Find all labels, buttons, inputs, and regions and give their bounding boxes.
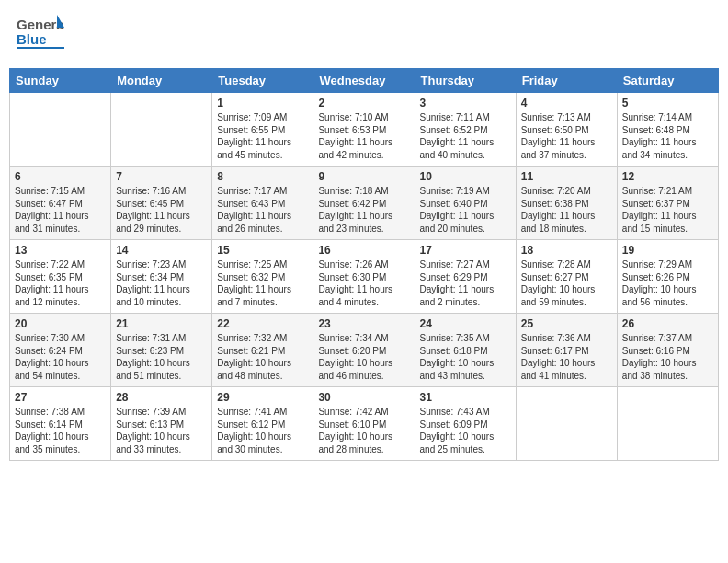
calendar-day-cell: 20Sunrise: 7:30 AM Sunset: 6:24 PM Dayli… (10, 314, 111, 387)
weekday-header-cell: Sunday (10, 69, 111, 93)
day-number: 9 (318, 170, 409, 183)
day-info: Sunrise: 7:21 AM Sunset: 6:37 PM Dayligh… (622, 185, 713, 235)
day-number: 17 (420, 244, 511, 257)
day-number: 22 (217, 317, 308, 330)
logo: General Blue (17, 13, 64, 57)
weekday-header-cell: Thursday (415, 69, 516, 93)
day-number: 15 (217, 244, 308, 257)
weekday-header-cell: Saturday (617, 69, 718, 93)
calendar-week-row: 6Sunrise: 7:15 AM Sunset: 6:47 PM Daylig… (10, 167, 719, 240)
day-number: 13 (15, 244, 106, 257)
calendar-week-row: 27Sunrise: 7:38 AM Sunset: 6:14 PM Dayli… (10, 387, 719, 461)
day-number: 28 (116, 391, 207, 404)
day-info: Sunrise: 7:14 AM Sunset: 6:48 PM Dayligh… (622, 111, 713, 161)
day-info: Sunrise: 7:29 AM Sunset: 6:26 PM Dayligh… (622, 259, 713, 308)
day-number: 1 (217, 97, 308, 109)
day-number: 8 (217, 170, 308, 183)
day-info: Sunrise: 7:28 AM Sunset: 6:27 PM Dayligh… (521, 259, 612, 308)
calendar-day-cell: 7Sunrise: 7:16 AM Sunset: 6:45 PM Daylig… (111, 167, 212, 240)
day-number: 30 (318, 391, 409, 404)
day-info: Sunrise: 7:32 AM Sunset: 6:21 PM Dayligh… (217, 332, 308, 382)
day-info: Sunrise: 7:37 AM Sunset: 6:16 PM Dayligh… (622, 332, 713, 382)
day-info: Sunrise: 7:13 AM Sunset: 6:50 PM Dayligh… (521, 111, 612, 161)
calendar-day-cell (617, 387, 718, 461)
day-info: Sunrise: 7:10 AM Sunset: 6:53 PM Dayligh… (318, 111, 409, 161)
day-number: 29 (217, 391, 308, 404)
day-info: Sunrise: 7:09 AM Sunset: 6:55 PM Dayligh… (217, 111, 308, 161)
calendar-day-cell: 3Sunrise: 7:11 AM Sunset: 6:52 PM Daylig… (415, 93, 516, 167)
calendar-day-cell: 27Sunrise: 7:38 AM Sunset: 6:14 PM Dayli… (10, 387, 111, 461)
day-info: Sunrise: 7:42 AM Sunset: 6:10 PM Dayligh… (318, 406, 409, 455)
calendar-day-cell: 16Sunrise: 7:26 AM Sunset: 6:30 PM Dayli… (313, 240, 415, 314)
day-info: Sunrise: 7:15 AM Sunset: 6:47 PM Dayligh… (15, 185, 106, 235)
calendar-day-cell: 31Sunrise: 7:43 AM Sunset: 6:09 PM Dayli… (415, 387, 516, 461)
day-number: 6 (15, 170, 106, 183)
day-number: 23 (318, 317, 409, 330)
calendar-day-cell (111, 93, 212, 167)
weekday-header-cell: Monday (111, 69, 212, 93)
day-info: Sunrise: 7:43 AM Sunset: 6:09 PM Dayligh… (420, 406, 511, 455)
day-number: 7 (116, 170, 207, 183)
day-number: 20 (15, 317, 106, 330)
calendar-week-row: 20Sunrise: 7:30 AM Sunset: 6:24 PM Dayli… (10, 314, 719, 387)
calendar-day-cell: 10Sunrise: 7:19 AM Sunset: 6:40 PM Dayli… (415, 167, 516, 240)
calendar-table: SundayMondayTuesdayWednesdayThursdayFrid… (9, 68, 719, 461)
day-number: 14 (116, 244, 207, 257)
day-info: Sunrise: 7:22 AM Sunset: 6:35 PM Dayligh… (15, 259, 106, 308)
day-number: 12 (622, 170, 713, 183)
day-number: 11 (521, 170, 612, 183)
calendar-day-cell: 26Sunrise: 7:37 AM Sunset: 6:16 PM Dayli… (617, 314, 718, 387)
day-info: Sunrise: 7:36 AM Sunset: 6:17 PM Dayligh… (521, 332, 612, 382)
day-info: Sunrise: 7:20 AM Sunset: 6:38 PM Dayligh… (521, 185, 612, 235)
day-number: 31 (420, 391, 511, 404)
calendar-day-cell: 29Sunrise: 7:41 AM Sunset: 6:12 PM Dayli… (212, 387, 313, 461)
day-number: 10 (420, 170, 511, 183)
day-number: 25 (521, 317, 612, 330)
calendar-day-cell: 12Sunrise: 7:21 AM Sunset: 6:37 PM Dayli… (617, 167, 718, 240)
svg-text:Blue: Blue (17, 31, 47, 47)
day-number: 5 (622, 97, 713, 109)
calendar-day-cell: 21Sunrise: 7:31 AM Sunset: 6:23 PM Dayli… (111, 314, 212, 387)
calendar-day-cell: 25Sunrise: 7:36 AM Sunset: 6:17 PM Dayli… (516, 314, 617, 387)
day-number: 18 (521, 244, 612, 257)
calendar-day-cell: 19Sunrise: 7:29 AM Sunset: 6:26 PM Dayli… (617, 240, 718, 314)
calendar-day-cell: 5Sunrise: 7:14 AM Sunset: 6:48 PM Daylig… (617, 93, 718, 167)
logo-icon: General Blue (17, 13, 64, 57)
calendar-day-cell: 1Sunrise: 7:09 AM Sunset: 6:55 PM Daylig… (212, 93, 313, 167)
day-number: 4 (521, 97, 612, 109)
day-info: Sunrise: 7:17 AM Sunset: 6:43 PM Dayligh… (217, 185, 308, 235)
calendar-day-cell: 28Sunrise: 7:39 AM Sunset: 6:13 PM Dayli… (111, 387, 212, 461)
day-info: Sunrise: 7:31 AM Sunset: 6:23 PM Dayligh… (116, 332, 207, 382)
day-info: Sunrise: 7:34 AM Sunset: 6:20 PM Dayligh… (318, 332, 409, 382)
calendar-day-cell: 13Sunrise: 7:22 AM Sunset: 6:35 PM Dayli… (10, 240, 111, 314)
day-info: Sunrise: 7:27 AM Sunset: 6:29 PM Dayligh… (420, 259, 511, 308)
day-info: Sunrise: 7:25 AM Sunset: 6:32 PM Dayligh… (217, 259, 308, 308)
calendar-day-cell: 9Sunrise: 7:18 AM Sunset: 6:42 PM Daylig… (313, 167, 415, 240)
day-info: Sunrise: 7:41 AM Sunset: 6:12 PM Dayligh… (217, 406, 308, 455)
day-number: 16 (318, 244, 409, 257)
calendar-body: 1Sunrise: 7:09 AM Sunset: 6:55 PM Daylig… (10, 93, 719, 461)
calendar-day-cell: 18Sunrise: 7:28 AM Sunset: 6:27 PM Dayli… (516, 240, 617, 314)
day-info: Sunrise: 7:16 AM Sunset: 6:45 PM Dayligh… (116, 185, 207, 235)
calendar-week-row: 1Sunrise: 7:09 AM Sunset: 6:55 PM Daylig… (10, 93, 719, 167)
day-number: 24 (420, 317, 511, 330)
day-number: 2 (318, 97, 409, 109)
day-info: Sunrise: 7:11 AM Sunset: 6:52 PM Dayligh… (420, 111, 511, 161)
calendar-day-cell: 17Sunrise: 7:27 AM Sunset: 6:29 PM Dayli… (415, 240, 516, 314)
calendar-day-cell: 23Sunrise: 7:34 AM Sunset: 6:20 PM Dayli… (313, 314, 415, 387)
day-number: 26 (622, 317, 713, 330)
day-info: Sunrise: 7:18 AM Sunset: 6:42 PM Dayligh… (318, 185, 409, 235)
calendar-day-cell (516, 387, 617, 461)
calendar-day-cell: 15Sunrise: 7:25 AM Sunset: 6:32 PM Dayli… (212, 240, 313, 314)
weekday-header-cell: Tuesday (212, 69, 313, 93)
day-info: Sunrise: 7:39 AM Sunset: 6:13 PM Dayligh… (116, 406, 207, 455)
calendar-day-cell: 4Sunrise: 7:13 AM Sunset: 6:50 PM Daylig… (516, 93, 617, 167)
day-number: 27 (15, 391, 106, 404)
calendar-week-row: 13Sunrise: 7:22 AM Sunset: 6:35 PM Dayli… (10, 240, 719, 314)
weekday-header-cell: Friday (516, 69, 617, 93)
day-info: Sunrise: 7:35 AM Sunset: 6:18 PM Dayligh… (420, 332, 511, 382)
calendar-day-cell: 11Sunrise: 7:20 AM Sunset: 6:38 PM Dayli… (516, 167, 617, 240)
day-info: Sunrise: 7:38 AM Sunset: 6:14 PM Dayligh… (15, 406, 106, 455)
calendar-day-cell: 30Sunrise: 7:42 AM Sunset: 6:10 PM Dayli… (313, 387, 415, 461)
day-number: 3 (420, 97, 511, 109)
